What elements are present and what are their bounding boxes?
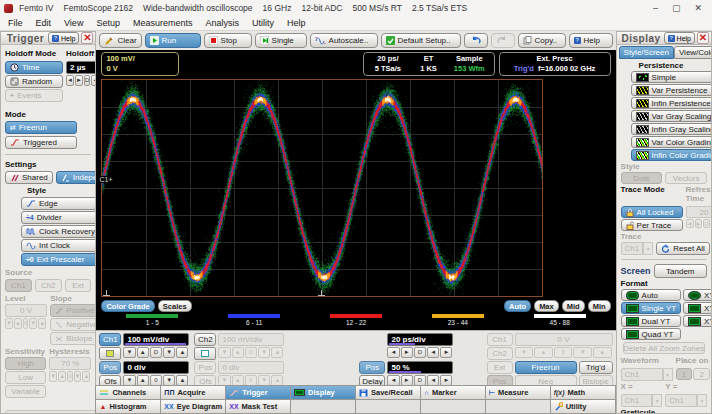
tab-channels[interactable]: Channels	[95, 385, 161, 400]
tab-display[interactable]: Display	[290, 385, 356, 400]
sensitivity-variable-button[interactable]: Variable	[5, 385, 46, 398]
persistence-infin-color-button[interactable]: Infin Color Grading	[631, 149, 712, 161]
settings-independ-button[interactable]: Independ	[56, 171, 97, 184]
delete-zoom-zones-button[interactable]: Delete All Zoom Zones	[623, 342, 705, 354]
tab-marker[interactable]: ∩Marker	[420, 385, 486, 400]
style-dots-button[interactable]: Dots	[621, 172, 663, 184]
autoscale-button[interactable]: Autoscale..	[310, 33, 378, 48]
spin-right-icon[interactable]: ►	[75, 75, 83, 86]
trigger-panel-close-icon[interactable]: ✕	[81, 32, 93, 44]
reset-all-button[interactable]: Reset All	[656, 242, 710, 255]
menu-measurements[interactable]: Measurements	[133, 18, 193, 28]
qtrig-source-ext-button[interactable]: Ext	[487, 361, 513, 374]
place-2-button[interactable]: 2	[693, 368, 710, 380]
format-single-yt-button[interactable]: Single YT	[621, 302, 682, 314]
single-button[interactable]: Single	[255, 33, 307, 48]
clear-button[interactable]: Clear	[99, 33, 141, 48]
format-xy-button[interactable]: XY	[683, 289, 712, 301]
run-button[interactable]: Run	[145, 33, 201, 48]
ch2-pos-button[interactable]: Pos	[194, 361, 216, 374]
tab-measure[interactable]: ⊢Measure	[485, 385, 551, 400]
tab-acquire[interactable]: ΠΠAcquire	[160, 385, 226, 400]
redo-button[interactable]	[491, 33, 515, 48]
tab-view-color[interactable]: View/Color	[674, 46, 712, 59]
waveform-canvas[interactable]	[102, 80, 542, 296]
ch2-scale-value[interactable]: 100 mV/div	[218, 333, 284, 346]
tab-save-recall[interactable]: Save/Recall	[355, 385, 421, 400]
channel1-marker[interactable]: C1+	[98, 176, 113, 183]
tab-math[interactable]: f(x)Math	[550, 385, 616, 400]
mode-freerun-button[interactable]: ⇄Freerun	[5, 121, 77, 134]
format-dual-yt-button[interactable]: Dual YT	[621, 315, 682, 327]
tab-histogram[interactable]: ▲Histogram	[95, 399, 161, 414]
menu-setup[interactable]: Setup	[96, 18, 120, 28]
persistence-var-gray-button[interactable]: Var Gray Scaling	[631, 110, 712, 122]
holdoff-mode-time-button[interactable]: Time	[5, 61, 63, 74]
qtrig-freerun-button[interactable]: Freerun	[515, 361, 577, 374]
tab-eye-diagram[interactable]: ΧΧEye Diagram	[160, 399, 226, 414]
delay-pos-button[interactable]: Pos	[359, 361, 385, 374]
holdoff-value[interactable]: 2 µs	[66, 61, 96, 74]
persistence-simple-button[interactable]: Simple	[631, 71, 712, 83]
refresh-time-spinner[interactable]: ◄►D◄►	[686, 219, 712, 228]
grade-auto-button[interactable]: Auto	[504, 300, 531, 312]
tab-style-screen[interactable]: Style/Screen	[619, 46, 674, 59]
trigger-help-button[interactable]: ?Help	[48, 32, 79, 44]
persistence-infin-gray-button[interactable]: Infin Gray Scaling	[631, 123, 712, 135]
delay-position-marker[interactable]	[318, 290, 325, 296]
style-vectors-button[interactable]: Vectors	[665, 172, 707, 184]
per-trace-button[interactable]: Per Trace	[621, 219, 683, 231]
source-ch1-button[interactable]: Ch1	[5, 279, 32, 292]
spin-left-icon[interactable]: ◄	[66, 75, 74, 86]
sensitivity-high-button[interactable]: High	[5, 357, 46, 370]
persistence-var-button[interactable]: Var Persistence	[631, 84, 712, 96]
persistence-var-color-button[interactable]: Var Color Grading	[631, 136, 712, 148]
minimize-button[interactable]: –	[653, 3, 658, 13]
stop-button[interactable]: Stop	[204, 33, 252, 48]
all-locked-button[interactable]: All Locked	[621, 206, 683, 218]
toolbar-help-button[interactable]: ?Help	[569, 33, 613, 48]
slope-positive-button[interactable]: Positive	[50, 304, 96, 317]
source-ch2-button[interactable]: Ch2	[35, 279, 62, 292]
ch1-scale-spinner[interactable]: ▼▲D▼▲	[123, 347, 189, 358]
menu-file[interactable]: File	[8, 18, 23, 28]
grade-max-button[interactable]: Max	[534, 300, 559, 312]
tandem-button[interactable]: Tandem	[654, 264, 707, 278]
ch1-button[interactable]: Ch1	[99, 333, 121, 346]
color-grade-button[interactable]: Color Grade	[101, 300, 154, 312]
scales-button[interactable]: Scales	[158, 300, 192, 312]
persistence-infin-button[interactable]: Infin Persistence	[631, 97, 712, 109]
ch2-button[interactable]: Ch2	[194, 333, 216, 346]
ch2-color-swatch[interactable]	[194, 347, 216, 360]
tab-mask-test[interactable]: ΧΧMask Test	[225, 399, 291, 414]
slope-negative-button[interactable]: Negative	[50, 318, 96, 331]
source-ext-button[interactable]: Ext	[65, 279, 92, 292]
style-clock-recovery-button[interactable]: Clock Recovery	[21, 225, 96, 238]
hysteresis-spinner[interactable]: ▼▲0▼▲	[49, 371, 91, 382]
ch2-scale-spinner[interactable]: ▼▲D▼▲	[218, 347, 284, 358]
holdoff-spinner[interactable]: ◄►D◄►	[66, 75, 96, 86]
level-value[interactable]: 0 V	[5, 304, 47, 317]
style-ext-prescaler-button[interactable]: ÷0Ext Prescaler	[21, 253, 96, 266]
display-help-button[interactable]: ?Help	[664, 32, 695, 44]
grade-min-button[interactable]: Min	[588, 300, 611, 312]
hysteresis-value[interactable]: 70 %	[49, 357, 91, 370]
format-quad-yt-button[interactable]: Quad YT	[621, 328, 682, 340]
slope-bislope-button[interactable]: Bislope	[50, 332, 96, 345]
format-xy-2yt-button[interactable]: XY + 2 YT	[683, 315, 712, 327]
ch1-pos-button[interactable]: Pos	[99, 361, 121, 374]
qtrig-source-ch1-button[interactable]: Ch1	[487, 333, 513, 346]
menu-utility[interactable]: Utility	[252, 18, 274, 28]
qtrig-source-ch2-button[interactable]: Ch2	[487, 347, 513, 360]
format-xy-yt-button[interactable]: XY + YT	[683, 302, 712, 314]
tab-trigger[interactable]: Trigger	[225, 385, 291, 400]
style-edge-button[interactable]: Edge	[21, 197, 96, 210]
sensitivity-low-button[interactable]: Low	[5, 371, 46, 384]
spin-default-button[interactable]: D	[84, 75, 90, 86]
waveform-select[interactable]: Ch1▼	[621, 368, 673, 381]
delay-value[interactable]: 50 %	[387, 361, 453, 374]
menu-edit[interactable]: Edit	[36, 18, 52, 28]
ch2-position-value[interactable]: 0 div	[218, 361, 284, 374]
display-panel-close-icon[interactable]: ✕	[697, 32, 709, 44]
holdoff-mode-events-button[interactable]: +Events	[5, 89, 63, 102]
